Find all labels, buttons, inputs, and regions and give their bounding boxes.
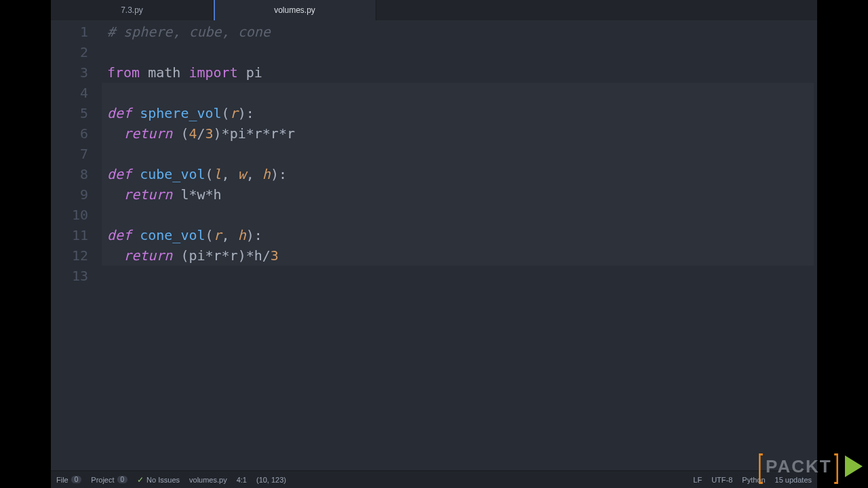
line-number: 12: [51, 245, 88, 266]
status-language[interactable]: Python: [742, 476, 765, 484]
line-number: 9: [51, 184, 88, 205]
code-line-9[interactable]: return l*w*h: [102, 184, 817, 205]
line-number: 6: [51, 123, 88, 144]
status-file-count[interactable]: File 0: [56, 476, 81, 484]
check-icon: ✓: [137, 475, 144, 485]
line-gutter: 12345678910111213: [51, 20, 102, 470]
tab-bar: 7.3.py volumes.py: [51, 0, 817, 20]
status-cursor-pos[interactable]: 4:1: [237, 476, 247, 484]
status-updates[interactable]: 15 updates: [775, 476, 812, 484]
code-line-10[interactable]: [102, 205, 817, 225]
code-line-2[interactable]: [102, 42, 817, 62]
line-number: 13: [51, 266, 88, 286]
code-line-11[interactable]: def cone_vol(r, h):: [102, 225, 817, 245]
status-issues[interactable]: ✓ No Issues: [137, 475, 180, 485]
status-filename[interactable]: volumes.py: [189, 476, 227, 484]
line-number: 8: [51, 164, 88, 184]
status-selection: (10, 123): [256, 476, 286, 484]
status-line-ending[interactable]: LF: [693, 476, 702, 484]
editor-window: 7.3.py volumes.py 12345678910111213 # sp…: [51, 0, 817, 488]
tab-volumes-py[interactable]: volumes.py: [214, 0, 376, 20]
code-line-1[interactable]: # sphere, cube, cone: [102, 22, 817, 42]
line-number: 4: [51, 83, 88, 103]
line-number: 3: [51, 62, 88, 83]
line-number: 11: [51, 225, 88, 245]
code-line-7[interactable]: [102, 144, 817, 164]
line-number: 5: [51, 103, 88, 123]
line-number: 10: [51, 205, 88, 225]
code-line-6[interactable]: return (4/3)*pi*r*r*r: [102, 123, 817, 144]
status-encoding[interactable]: UTF-8: [711, 476, 732, 484]
code-line-13[interactable]: [102, 266, 817, 286]
code-line-3[interactable]: from math import pi: [102, 62, 817, 83]
code-line-5[interactable]: def sphere_vol(r):: [102, 103, 817, 123]
status-bar: File 0 Project 0 ✓ No Issues volumes.py …: [51, 470, 817, 488]
tab-label: volumes.py: [274, 5, 315, 15]
tab-7-3-py[interactable]: 7.3.py: [51, 0, 214, 20]
code-line-4[interactable]: [102, 83, 817, 103]
play-icon: [845, 455, 863, 477]
line-number: 7: [51, 144, 88, 164]
code-area[interactable]: # sphere, cube, cone from math import pi…: [102, 20, 817, 470]
line-number: 2: [51, 42, 88, 62]
status-project-count[interactable]: Project 0: [91, 476, 127, 484]
code-line-12[interactable]: return (pi*r*r)*h/3: [102, 245, 817, 266]
comment: # sphere, cube, cone: [107, 24, 271, 40]
editor-body[interactable]: 12345678910111213 # sphere, cube, cone f…: [51, 20, 817, 470]
line-number: 1: [51, 22, 88, 42]
tab-label: 7.3.py: [121, 5, 143, 15]
bracket-right-icon: ]: [834, 450, 840, 483]
code-line-8[interactable]: def cube_vol(l, w, h):: [102, 164, 817, 184]
